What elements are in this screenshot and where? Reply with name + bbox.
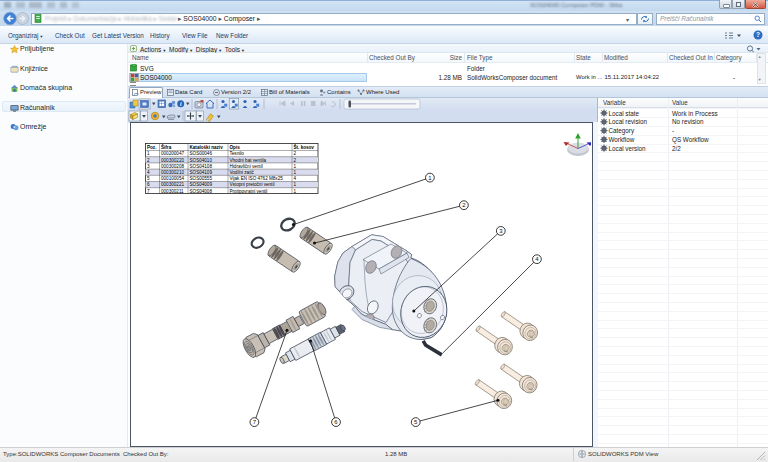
- svg-text:Protipovratni ventil: Protipovratni ventil: [230, 188, 268, 193]
- svg-text:Vijak EN ISO 4762 M8x25: Vijak EN ISO 4762 M8x25: [230, 176, 284, 181]
- svg-text:1: 1: [294, 163, 297, 168]
- svg-text:4: 4: [294, 176, 297, 181]
- svg-text:?: ?: [756, 31, 760, 38]
- svg-text:1: 1: [294, 188, 297, 193]
- svg-text:2: 2: [147, 157, 150, 162]
- svg-text:SOS00046: SOS00046: [190, 151, 213, 156]
- svg-text:Opis: Opis: [230, 144, 241, 149]
- svg-text:SOS04008: SOS04008: [190, 188, 213, 193]
- svg-text:000300210: 000300210: [161, 169, 184, 174]
- svg-text:000100054: 000100054: [161, 176, 184, 181]
- svg-text:000200047: 000200047: [161, 151, 184, 156]
- svg-text:1: 1: [147, 151, 150, 156]
- svg-text:000300220: 000300220: [161, 157, 184, 162]
- svg-text:SOS00555: SOS00555: [190, 176, 213, 181]
- svg-text:1: 1: [294, 169, 297, 174]
- svg-text:Kataloški naziv: Kataloški naziv: [190, 144, 224, 149]
- svg-text:SOS04010: SOS04010: [190, 157, 213, 162]
- svg-text:Št. kosov: Št. kosov: [294, 142, 315, 149]
- svg-text:2: 2: [294, 151, 297, 156]
- svg-text:6: 6: [147, 182, 150, 187]
- svg-text:4: 4: [147, 169, 150, 174]
- svg-text:000300211: 000300211: [161, 188, 184, 193]
- svg-text:1: 1: [294, 182, 297, 187]
- svg-text:7: 7: [147, 188, 150, 193]
- svg-text:Vodilni zatič: Vodilni zatič: [230, 169, 255, 174]
- svg-text:Poz.: Poz.: [147, 144, 156, 149]
- svg-text:Hidravlični ventil: Hidravlični ventil: [230, 163, 263, 168]
- svg-text:SOS04108: SOS04108: [190, 163, 213, 168]
- svg-text:Tesnilo: Tesnilo: [230, 151, 245, 156]
- svg-text:2: 2: [294, 157, 297, 162]
- svg-text:SOS04009: SOS04009: [190, 182, 213, 187]
- svg-text:Vstopni pretočni ventil: Vstopni pretočni ventil: [230, 182, 275, 187]
- svg-text:3: 3: [147, 163, 150, 168]
- svg-text:Šifra: Šifra: [161, 142, 172, 149]
- svg-text:000300221: 000300221: [161, 182, 184, 187]
- svg-text:Vhodni bat ventila: Vhodni bat ventila: [230, 157, 267, 162]
- svg-text:000300208: 000300208: [161, 163, 184, 168]
- svg-text:5: 5: [147, 176, 150, 181]
- svg-text:SOS04109: SOS04109: [190, 169, 213, 174]
